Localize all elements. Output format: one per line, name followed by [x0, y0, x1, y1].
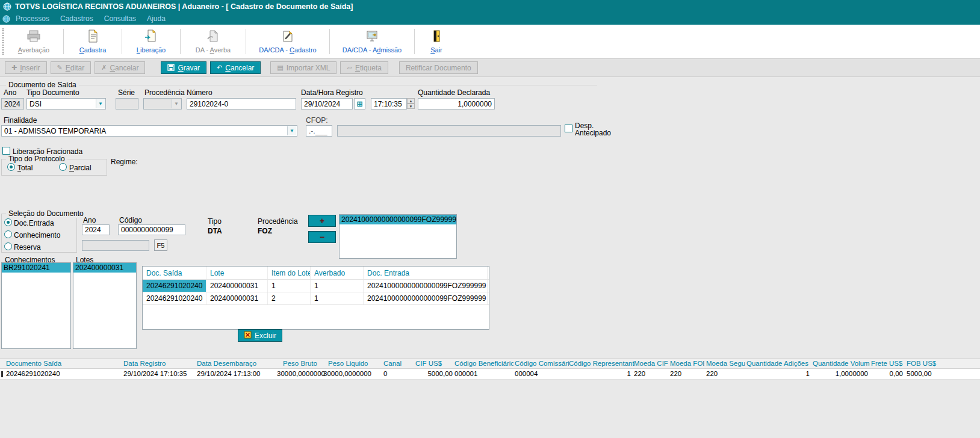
grid-col-codigo-comissaria[interactable]: Código Comissária: [515, 360, 569, 367]
retificar-documento-button[interactable]: Retificar Documento: [399, 61, 478, 74]
reserva-radio[interactable]: [4, 242, 12, 250]
col-lote[interactable]: Lote: [206, 267, 268, 279]
grid-col-quantidade-adicoes[interactable]: Quantidade Adições: [746, 360, 810, 367]
list-item[interactable]: BR291020241: [2, 263, 70, 273]
grid-col-canal[interactable]: Canal: [383, 360, 411, 367]
grid-col-moeda-cif[interactable]: Moeda CIF: [634, 360, 668, 367]
documentos-listbox[interactable]: 20241000000000000099FOZ999999: [339, 214, 457, 259]
grid-col-peso-bruto[interactable]: Peso Bruto: [283, 360, 334, 367]
col-doc-entrada[interactable]: Doc. Entrada: [364, 267, 488, 279]
importar-xml-label: Importar XML: [287, 64, 330, 72]
etiqueta-button[interactable]: ▱ Etiqueta: [340, 61, 388, 74]
table-row[interactable]: 20246291020240 202400000031 1 1 20241000…: [143, 280, 489, 292]
grid-col-frete[interactable]: Frete US$: [871, 360, 904, 367]
calendar-button[interactable]: ⊞: [354, 98, 365, 110]
inserir-button[interactable]: ✚ Inserir: [5, 61, 47, 74]
cancelar-button[interactable]: ↶ Cancelar: [210, 61, 261, 74]
toolbar-separator: [63, 29, 64, 54]
cell[interactable]: 1: [268, 280, 311, 292]
list-item[interactable]: 20241000000000000099FOZ999999: [340, 215, 456, 224]
grid-col-cif[interactable]: CIF US$: [415, 360, 451, 367]
cell[interactable]: 20246291020240: [143, 292, 206, 304]
grid-cell: 1: [577, 370, 631, 377]
insert-icon: ✚: [11, 64, 17, 71]
main-toolbar: Averbação Cadastra Liberação DA - Averba…: [0, 25, 980, 59]
quantidade-declarada-field[interactable]: 1,0000000: [418, 98, 495, 110]
grid-col-codigo-beneficiario[interactable]: Código Beneficiário: [454, 360, 513, 367]
protocolo-parcial-radio[interactable]: [59, 163, 67, 171]
codigo-field[interactable]: 0000000000099: [118, 224, 185, 235]
menu-ajuda[interactable]: Ajuda: [141, 13, 171, 24]
cell[interactable]: 20246291020240: [143, 280, 206, 292]
grid-row[interactable]: 20246291020240 29/10/2024 17:10:35 29/10…: [0, 369, 980, 380]
toolbar-dacda-admissao-button[interactable]: DA/CDA - Admissão: [333, 25, 411, 58]
col-doc-saida[interactable]: Doc. Saída: [143, 267, 206, 279]
grid-col-moeda-seguro[interactable]: Moeda Seguro: [706, 360, 745, 367]
f5-button[interactable]: F5: [154, 239, 167, 251]
data-registro-field[interactable]: 29/10/2024: [301, 98, 353, 110]
col-averbado[interactable]: Averbado: [311, 267, 364, 279]
hora-registro-field[interactable]: 17:10:35: [371, 98, 407, 110]
desp-antecipado-checkbox[interactable]: [565, 125, 572, 132]
cell[interactable]: 1: [311, 280, 364, 292]
grid-col-data-registro[interactable]: Data Registro: [123, 360, 194, 367]
conhecimentos-listbox[interactable]: BR291020241: [1, 262, 71, 349]
excluir-button[interactable]: Excluir: [238, 329, 282, 342]
toolbar-sair-button[interactable]: Sair: [418, 25, 455, 58]
menu-consultas[interactable]: Consultas: [99, 13, 141, 24]
chevron-down-icon[interactable]: ▼: [287, 126, 296, 135]
grid-col-peso-liquido[interactable]: Peso Liquido: [328, 360, 379, 367]
gravar-button[interactable]: Gravar: [161, 61, 206, 74]
cfop-field[interactable]: .-.___: [306, 125, 332, 137]
grid-col-moeda-fob[interactable]: Moeda FOB: [670, 360, 704, 367]
grid-col-codigo-representante[interactable]: Código Representante: [569, 360, 634, 367]
menu-cadastros[interactable]: Cadastros: [55, 13, 99, 24]
grid-col-data-desembaraco[interactable]: Data Desembaraço: [197, 360, 278, 367]
numero-field[interactable]: 29102024-0: [187, 98, 296, 110]
lotes-listbox[interactable]: 202400000031: [73, 262, 137, 349]
time-spinner[interactable]: ▲ ▼: [407, 98, 415, 110]
finalidade-select[interactable]: 01 - ADMISSAO TEMPORARIA ▼: [1, 125, 297, 137]
list-item[interactable]: 202400000031: [73, 263, 136, 273]
remove-document-button[interactable]: −: [308, 231, 336, 243]
table-row[interactable]: 20246291020240 202400000031 2 1 20241000…: [143, 292, 489, 305]
ano-field[interactable]: 2024: [1, 98, 24, 110]
importar-xml-button[interactable]: ▤ Importar XML: [270, 61, 336, 74]
selecao-ano-field[interactable]: 2024: [82, 224, 110, 235]
toolbar-grip[interactable]: [2, 28, 5, 55]
cell[interactable]: 2: [268, 292, 311, 304]
toolbar-dacda-cadastro-button[interactable]: DA/CDA - Cadastro: [249, 25, 326, 58]
conhecimento-radio[interactable]: [4, 230, 12, 238]
spinner-down-icon[interactable]: ▼: [407, 103, 415, 109]
col-item-do-lote[interactable]: Item do Lote: [268, 267, 311, 279]
cell[interactable]: 1: [311, 292, 364, 304]
liberacao-fracionada-checkbox[interactable]: [2, 147, 10, 155]
procedencia-select[interactable]: ▼: [143, 98, 182, 110]
cancelar-disabled-button[interactable]: ✗ Cancelar: [95, 61, 145, 74]
app-icon: [0, 15, 10, 23]
cell[interactable]: 202400000031: [206, 292, 268, 304]
editar-button[interactable]: ✎ Editar: [51, 61, 91, 74]
cell[interactable]: 202400000031: [206, 280, 268, 292]
serie-field[interactable]: [116, 98, 138, 110]
toolbar-dacda-admissao-label: DA/CDA - Admissão: [343, 46, 402, 54]
grid-col-quantidade-volumes[interactable]: Quantidade Volumes: [813, 360, 870, 367]
spinner-up-icon[interactable]: ▲: [407, 98, 415, 103]
toolbar-liberacao-button[interactable]: Liberação: [125, 25, 177, 58]
doc-entrada-radio[interactable]: [4, 218, 12, 226]
protocolo-total-radio[interactable]: [7, 163, 15, 171]
toolbar-averbacao-button: Averbação: [7, 25, 60, 58]
add-document-button[interactable]: +: [308, 215, 336, 227]
grid-col-documento-saida[interactable]: Documento Saída: [6, 360, 120, 367]
cell[interactable]: 20241000000000000099FOZ999999: [364, 280, 488, 292]
cell[interactable]: 20241000000000000099FOZ999999: [364, 292, 488, 304]
cfop-descricao-field: [337, 125, 561, 137]
grid-cell: 30000,0000000: [274, 370, 325, 377]
tipo-documento-select[interactable]: DSI ▼: [26, 98, 106, 110]
chevron-down-icon[interactable]: ▼: [96, 99, 105, 108]
finalidade-label: Finalidade: [4, 116, 37, 125]
grid-cell: 5000,00: [907, 370, 980, 377]
toolbar-cadastra-button[interactable]: Cadastra: [67, 25, 119, 58]
grid-col-fob[interactable]: FOB US$: [907, 360, 943, 367]
menu-processos[interactable]: Processos: [10, 13, 55, 24]
